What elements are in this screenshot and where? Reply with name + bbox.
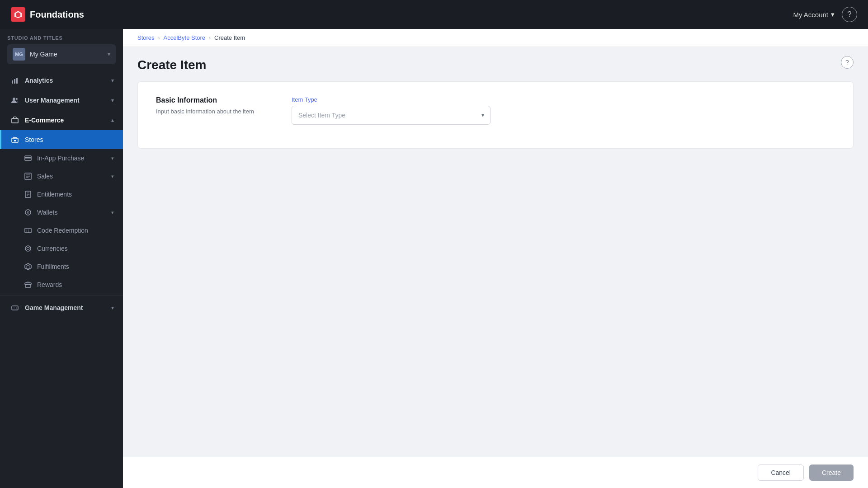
- sidebar: STUDIO AND TITLES MG My Game ▾ Analytics…: [0, 29, 123, 488]
- sidebar-item-code-redemption[interactable]: { } Code Redemption: [0, 221, 123, 239]
- studio-chevron-icon: ▾: [108, 51, 110, 57]
- ecommerce-label: E-Commerce: [25, 117, 64, 124]
- game-management-label: Game Management: [25, 304, 83, 311]
- svg-point-5: [13, 98, 15, 100]
- my-account-button[interactable]: My Account ▾: [793, 10, 835, 19]
- game-management-chevron-icon: ▾: [111, 305, 114, 311]
- topnav-help-button[interactable]: ?: [842, 7, 857, 22]
- studio-label: STUDIO AND TITLES: [7, 35, 116, 41]
- fulfillments-icon: [24, 262, 33, 271]
- nav-divider: [0, 296, 123, 296]
- breadcrumb: Stores › AccelByte Store › Create Item: [123, 29, 868, 47]
- page-help-button[interactable]: ?: [841, 56, 854, 69]
- sidebar-item-in-app-purchase[interactable]: In-App Purchase ▾: [0, 149, 123, 167]
- entitlements-icon: [24, 190, 33, 199]
- app-name: Foundations: [30, 9, 84, 20]
- user-management-label: User Management: [25, 97, 80, 104]
- svg-rect-7: [12, 118, 18, 123]
- sidebar-item-user-management[interactable]: User Management ▾: [0, 90, 123, 110]
- create-button[interactable]: Create: [809, 465, 854, 481]
- svg-rect-4: [16, 78, 18, 84]
- wallets-icon: $: [24, 208, 33, 217]
- fulfillments-label: Fulfillments: [37, 263, 69, 270]
- code-redemption-icon: { }: [24, 226, 33, 235]
- item-type-select[interactable]: Select Item Type APP COINS INGAMEITEM BU…: [292, 106, 491, 125]
- rewards-icon: [24, 280, 33, 289]
- form-section: Basic Information Input basic informatio…: [138, 82, 853, 148]
- breadcrumb-stores[interactable]: Stores: [137, 34, 155, 41]
- game-management-icon: [10, 303, 19, 312]
- nav-section: Analytics ▾ User Management ▾ E-Commerce…: [0, 69, 123, 319]
- content-spacer: [123, 149, 868, 488]
- sidebar-item-sales[interactable]: Sales ▾: [0, 167, 123, 185]
- sidebar-item-game-management[interactable]: Game Management ▾: [0, 298, 123, 318]
- page-header: Create Item ?: [123, 47, 868, 81]
- cancel-button[interactable]: Cancel: [758, 465, 804, 481]
- layout: STUDIO AND TITLES MG My Game ▾ Analytics…: [0, 29, 868, 488]
- rewards-label: Rewards: [37, 281, 62, 288]
- sales-chevron-icon: ▾: [111, 174, 114, 179]
- currencies-label: Currencies: [37, 245, 68, 252]
- svg-rect-9: [14, 140, 16, 141]
- svg-point-24: [25, 246, 31, 251]
- app-logo: Foundations: [11, 7, 84, 22]
- svg-rect-3: [14, 79, 15, 84]
- form-card: Basic Information Input basic informatio…: [137, 81, 854, 149]
- stores-label: Stores: [25, 136, 43, 143]
- entitlements-label: Entitlements: [37, 191, 72, 198]
- item-type-group: Item Type Select Item Type APP COINS ING…: [292, 96, 835, 125]
- breadcrumb-current: Create Item: [214, 34, 245, 41]
- form-fields: Item Type Select Item Type APP COINS ING…: [292, 96, 835, 134]
- svg-marker-27: [26, 265, 30, 269]
- sidebar-item-wallets[interactable]: $ Wallets ▾: [0, 203, 123, 221]
- studio-selector[interactable]: MG My Game ▾: [7, 44, 116, 64]
- main-content: Stores › AccelByte Store › Create Item C…: [123, 29, 868, 488]
- studio-avatar: MG: [13, 48, 25, 61]
- in-app-purchase-chevron-icon: ▾: [111, 155, 114, 161]
- sidebar-item-stores[interactable]: Stores: [0, 130, 123, 149]
- stores-icon: [10, 135, 19, 144]
- topnav-right: My Account ▾ ?: [793, 7, 857, 22]
- sidebar-item-entitlements[interactable]: Entitlements: [0, 185, 123, 203]
- item-type-wrapper: Select Item Type APP COINS INGAMEITEM BU…: [292, 106, 491, 125]
- account-chevron-icon: ▾: [831, 10, 835, 19]
- sidebar-item-ecommerce[interactable]: E-Commerce ▴: [0, 110, 123, 130]
- sidebar-item-analytics[interactable]: Analytics ▾: [0, 70, 123, 90]
- in-app-purchase-label: In-App Purchase: [37, 155, 84, 162]
- logo-icon: [11, 7, 25, 22]
- analytics-label: Analytics: [25, 77, 53, 84]
- svg-rect-30: [12, 306, 18, 310]
- topnav: Foundations My Account ▾ ?: [0, 0, 868, 29]
- svg-text:{ }: { }: [26, 229, 29, 233]
- svg-point-25: [27, 247, 29, 250]
- section-desc: Input basic information about the item: [156, 107, 255, 116]
- svg-rect-2: [12, 80, 13, 84]
- wallets-label: Wallets: [37, 209, 57, 216]
- breadcrumb-sep-1: ›: [158, 35, 160, 41]
- sidebar-item-fulfillments[interactable]: Fulfillments: [0, 258, 123, 276]
- user-management-icon: [10, 96, 19, 105]
- breadcrumb-accelbyte[interactable]: AccelByte Store: [164, 34, 206, 41]
- code-redemption-label: Code Redemption: [37, 227, 88, 234]
- my-account-label: My Account: [793, 11, 828, 19]
- ecommerce-chevron-icon: ▴: [111, 117, 114, 123]
- user-management-chevron-icon: ▾: [111, 98, 114, 103]
- in-app-purchase-icon: [24, 154, 33, 163]
- svg-point-33: [16, 308, 17, 309]
- sales-icon: [24, 172, 33, 181]
- svg-point-6: [16, 98, 18, 100]
- wallets-chevron-icon: ▾: [111, 210, 114, 216]
- analytics-icon: [10, 76, 19, 85]
- sales-label: Sales: [37, 173, 53, 180]
- breadcrumb-sep-2: ›: [209, 35, 211, 41]
- item-type-label: Item Type: [292, 96, 835, 103]
- sidebar-item-rewards[interactable]: Rewards: [0, 276, 123, 294]
- sidebar-item-currencies[interactable]: Currencies: [0, 239, 123, 258]
- studio-name: My Game: [30, 51, 103, 58]
- studio-section: STUDIO AND TITLES MG My Game ▾: [0, 29, 123, 69]
- page-title: Create Item: [137, 58, 854, 72]
- section-info: Basic Information Input basic informatio…: [156, 96, 255, 134]
- svg-rect-11: [25, 157, 31, 159]
- ecommerce-icon: [10, 116, 19, 125]
- action-bar: Cancel Create: [123, 457, 868, 488]
